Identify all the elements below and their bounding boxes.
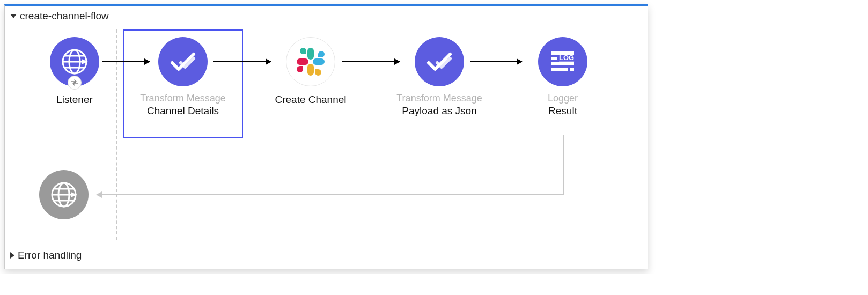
node-label: Listener [21,94,128,106]
exchange-badge-icon [68,76,82,90]
globe-arrow-icon [50,37,99,86]
chevron-down-icon [10,14,17,18]
globe-arrow-icon [39,170,89,219]
node-label: Result [509,105,616,117]
error-handling-header[interactable]: Error handling [5,245,648,263]
node-listener[interactable]: Listener [21,37,128,106]
svg-rect-11 [570,68,574,71]
node-label: Create Channel [257,94,364,106]
svg-rect-9 [551,62,574,65]
node-type-label: Transform Message [129,93,237,104]
node-label: Channel Details [129,105,237,117]
transform-icon [158,37,208,86]
node-create-channel[interactable]: Create Channel [257,37,364,106]
chevron-right-icon [10,252,14,259]
svg-text:LOG: LOG [559,54,574,62]
flow-panel: create-channel-flow [4,4,648,269]
node-logger[interactable]: LOG Logger Result [509,37,616,117]
flow-canvas[interactable]: Listener Transform Message Channel Detai… [10,27,642,242]
node-response[interactable] [21,170,107,219]
node-payload-json[interactable]: Transform Message Payload as Json [386,37,493,117]
svg-rect-7 [551,57,557,60]
flow-title: create-channel-flow [20,10,109,22]
node-channel-details[interactable]: Transform Message Channel Details [129,37,237,117]
response-loop-line [101,135,564,195]
node-label: Payload as Json [386,105,493,117]
log-icon: LOG [538,37,587,86]
error-handling-title: Error handling [18,249,82,261]
transform-icon [415,37,464,86]
node-type-label: Logger [509,93,616,104]
flow-header[interactable]: create-channel-flow [5,6,648,24]
node-type-label: Transform Message [386,93,493,104]
slack-icon [286,37,335,86]
svg-rect-10 [551,68,568,71]
